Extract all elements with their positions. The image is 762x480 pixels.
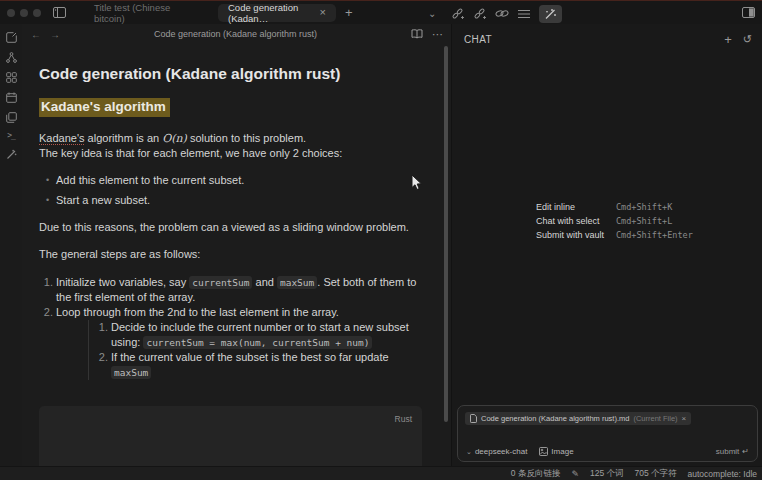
list-item: Add this element to the current subset. — [56, 173, 422, 188]
tab-label: Title test (Chinese bitcoin) — [94, 2, 202, 24]
status-bar: 0 条反向链接 ✎ 125 个词 705 个字符 autocomplete: I… — [0, 466, 762, 480]
main-area: >_ ← → Code generation (Kadane algorithm… — [0, 24, 762, 466]
magic-wand-icon[interactable] — [539, 5, 562, 23]
chat-shortcuts: Edit inline Cmd+Shift+K Chat with select… — [536, 202, 693, 240]
title-bar: Title test (Chinese bitcoin) Code genera… — [0, 1, 762, 24]
chip-close-icon[interactable]: × — [682, 414, 687, 423]
note-title: Code generation (Kadane algorithm rust) — [39, 65, 422, 82]
paragraph-intro: Kadane's algorithm is an O(n) solution t… — [39, 131, 422, 161]
new-note-icon[interactable] — [5, 31, 17, 43]
chat-header: CHAT + ↺ — [452, 24, 762, 46]
nested-steps-list: Decide to include the current number or … — [88, 320, 422, 380]
inline-code: maxSum — [277, 276, 317, 289]
list-item: Decide to include the current number or … — [111, 320, 422, 350]
image-attach-button[interactable]: Image — [539, 447, 573, 456]
text-run: The key idea is that for each element, w… — [39, 146, 422, 161]
right-sidebar-toggle-icon[interactable] — [742, 7, 755, 18]
shortcut-keys: Cmd+Shift+L — [616, 216, 693, 226]
math-on: O(n) — [162, 132, 187, 145]
traffic-lights — [0, 9, 49, 17]
tab-label: Code generation (Kadan… — [228, 2, 312, 24]
file-icon — [470, 414, 477, 423]
toolbar-icons: ⌄ — [428, 2, 562, 25]
tab-close-icon[interactable]: × — [320, 7, 326, 18]
list-item: Loop through from the 2nd to the last el… — [56, 305, 422, 380]
paragraph-sliding-window: Due to this reasons, the problem can a v… — [39, 220, 422, 235]
chip-filename: Code generation (Kadane algorithm rust).… — [481, 414, 629, 423]
mouse-cursor — [411, 174, 423, 191]
text-run: algorithm is an — [85, 132, 163, 144]
more-options-icon[interactable]: ⋯ — [432, 28, 443, 41]
chat-panel-title: CHAT — [464, 34, 724, 45]
editor-scrollbar[interactable] — [444, 46, 448, 422]
zoom-window-button[interactable] — [33, 9, 41, 17]
add-link-icon[interactable] — [451, 7, 464, 20]
left-ribbon: >_ — [0, 24, 22, 466]
shortcut-label: Chat with select — [536, 216, 606, 226]
canvas-grid-icon[interactable] — [5, 71, 17, 83]
tab-title-test[interactable]: Title test (Chinese bitcoin) — [84, 1, 212, 24]
text-run: solution to this problem. — [187, 132, 306, 144]
chat-panel: CHAT + ↺ Edit inline Cmd+Shift+K Chat wi… — [452, 24, 762, 466]
choice-list: Add this element to the current subset. … — [39, 173, 422, 208]
inline-code: currentSum — [189, 276, 252, 289]
nav-back-icon[interactable]: ← — [31, 29, 41, 40]
word-count: 125 个词 — [590, 468, 624, 480]
links-icon[interactable] — [495, 8, 509, 19]
terminal-icon[interactable]: >_ — [7, 131, 15, 140]
inline-code: currentSum = max(num, currentSum + num) — [143, 336, 372, 349]
code-block-language-label: Rust — [395, 412, 412, 427]
submit-button[interactable]: submit ↵ — [716, 447, 749, 456]
close-window-button[interactable] — [7, 9, 15, 17]
image-icon — [539, 447, 548, 456]
new-tab-button[interactable]: + — [345, 5, 353, 20]
model-selector[interactable]: ⌄ deepseek-chat — [466, 447, 527, 456]
autocomplete-status: autocomplete: Idle — [688, 469, 757, 479]
minimize-window-button[interactable] — [20, 9, 28, 17]
submit-label: submit — [716, 447, 740, 456]
tab-code-generation[interactable]: Code generation (Kadan… × — [218, 4, 336, 22]
shortcut-label: Submit with vault — [536, 230, 606, 240]
list-item: If the current value of the subset is th… — [111, 350, 422, 380]
app-window: Title test (Chinese bitcoin) Code genera… — [0, 0, 762, 480]
chevron-down-icon[interactable]: ⌄ — [428, 8, 436, 19]
list-icon[interactable] — [518, 9, 530, 19]
nav-forward-icon[interactable]: → — [50, 29, 60, 40]
templates-icon[interactable] — [5, 111, 17, 123]
enter-key-icon: ↵ — [742, 447, 749, 456]
chat-history-icon[interactable]: ↺ — [743, 34, 752, 45]
char-count: 705 个字符 — [634, 468, 676, 480]
graph-view-icon[interactable] — [5, 51, 17, 63]
context-file-chip[interactable]: Code generation (Kadane algorithm rust).… — [465, 412, 691, 425]
edit-mode-pencil-icon[interactable]: ✎ — [571, 469, 579, 479]
breadcrumb: Code generation (Kadane algorithm rust) — [60, 29, 411, 39]
chat-input-box[interactable]: Code generation (Kadane algorithm rust).… — [457, 405, 758, 462]
shortcut-label: Edit inline — [536, 202, 606, 212]
misspelled-word: Kadane's — [39, 132, 85, 144]
editor-header: ← → Code generation (Kadane algorithm ru… — [22, 24, 451, 44]
image-label: Image — [551, 447, 573, 456]
list-item: Start a new subset. — [56, 193, 422, 208]
shortcut-keys: Cmd+Shift+Enter — [616, 230, 693, 240]
editor-pane: ← → Code generation (Kadane algorithm ru… — [22, 24, 452, 466]
new-chat-icon[interactable]: + — [724, 33, 732, 46]
inline-code: maxSum — [111, 366, 151, 379]
wand-ribbon-icon[interactable] — [5, 148, 17, 160]
highlighted-heading: Kadane's algorithm — [39, 98, 170, 117]
reading-view-book-icon[interactable] — [411, 29, 423, 39]
note-content: Code generation (Kadane algorithm rust) … — [22, 65, 451, 466]
chevron-down-icon: ⌄ — [466, 448, 472, 456]
daily-note-calendar-icon[interactable] — [5, 91, 17, 103]
shortcut-keys: Cmd+Shift+K — [616, 202, 693, 212]
chat-input-toolbar: ⌄ deepseek-chat Image submit ↵ — [466, 447, 749, 456]
code-block: Rust — [39, 406, 422, 466]
window-top-accent — [0, 0, 762, 1]
backlinks-count[interactable]: 0 条反向链接 — [511, 468, 561, 480]
add-link-alt-icon[interactable] — [473, 7, 486, 20]
paragraph-general-steps: The general steps are as follows: — [39, 247, 422, 262]
list-item: Initialize two variables, say currentSum… — [56, 275, 422, 305]
model-name: deepseek-chat — [475, 447, 527, 456]
steps-list: Initialize two variables, say currentSum… — [39, 275, 422, 380]
chip-current-file-badge: (Current File) — [633, 414, 677, 423]
left-sidebar-toggle-icon[interactable] — [53, 7, 66, 18]
